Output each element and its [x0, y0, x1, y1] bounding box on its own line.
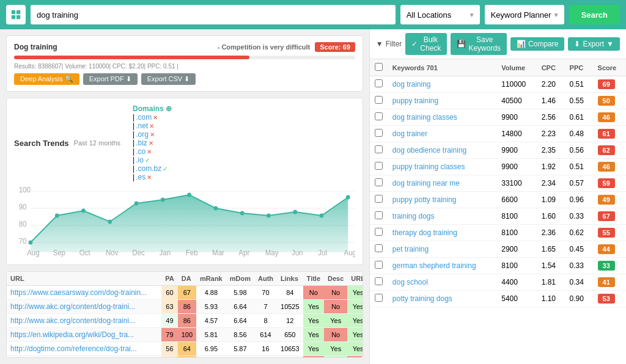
list-item: dog training classes 9900 2.56 0.61 46: [370, 109, 626, 126]
domain-biz: |.biz ✕: [133, 139, 176, 147]
cpc-cell: 1.81: [537, 274, 565, 291]
info-card-title-row: Dog training - Competition is very diffi…: [14, 42, 355, 52]
list-item: german shepherd training 8100 1.54 0.33 …: [370, 258, 626, 274]
svg-point-17: [134, 202, 139, 206]
domain-net: |.net ✕: [133, 122, 176, 130]
keyword-link[interactable]: pet training: [392, 245, 429, 253]
desc-cell: Yes: [324, 314, 347, 328]
keyword-link[interactable]: potty training dogs: [392, 294, 452, 303]
save-keywords-label: Save Keywords: [468, 35, 501, 53]
row-checkbox[interactable]: [375, 211, 383, 219]
keyword-link[interactable]: puppy potty training: [392, 195, 457, 204]
row-checkbox[interactable]: [375, 112, 383, 120]
tool-select[interactable]: Keyword Planner: [485, 5, 564, 24]
svg-point-22: [267, 214, 271, 218]
bulk-check-label: Bulk Check: [420, 35, 441, 53]
select-all-checkbox[interactable]: [375, 63, 383, 71]
volume-cell: 110000: [496, 76, 536, 93]
svg-text:Feb: Feb: [186, 249, 198, 257]
row-checkbox[interactable]: [375, 277, 383, 285]
row-checkbox[interactable]: [375, 178, 383, 186]
row-checkbox[interactable]: [375, 195, 383, 203]
row-checkbox[interactable]: [375, 145, 383, 153]
keyword-link[interactable]: puppy training: [392, 96, 438, 105]
url-link[interactable]: https://en.wikipedia.org/wiki/Dog_tra...: [10, 330, 134, 339]
da-cell: 64: [178, 342, 196, 356]
svg-text:Jan: Jan: [160, 249, 171, 257]
filter-button[interactable]: ▼ Filter: [376, 40, 402, 48]
keyword-link[interactable]: puppy training classes: [392, 162, 465, 171]
row-checkbox[interactable]: [375, 162, 383, 170]
score-pill: 55: [598, 228, 615, 238]
score-pill: 44: [598, 244, 615, 254]
ppc-cell: 0.62: [565, 225, 593, 241]
keyword-link[interactable]: dog training near me: [392, 179, 460, 187]
url-link[interactable]: http://dogtime.com/reference/dog-trai...: [10, 344, 137, 353]
svg-text:90: 90: [19, 203, 27, 211]
row-checkbox[interactable]: [375, 261, 383, 269]
keyword-cell: german shepherd training: [388, 258, 496, 274]
list-item: puppy potty training 6600 1.09 0.96 49: [370, 192, 626, 208]
list-item: dog school 4400 1.81 0.34 41: [370, 274, 626, 291]
info-card-meta: Results: 8388607| Volume: 110000| CPC: $…: [14, 63, 355, 70]
export-pdf-button[interactable]: Export PDF ⬇: [83, 73, 138, 85]
url-link[interactable]: http://www.akc.org/content/dog-traini...: [10, 302, 135, 311]
row-checkbox[interactable]: [375, 96, 383, 104]
row-checkbox[interactable]: [375, 228, 383, 236]
domains-label[interactable]: Domains ⊕: [133, 104, 172, 113]
keyword-link[interactable]: german shepherd training: [392, 261, 476, 270]
keyword-cell: dog training: [388, 76, 496, 93]
volume-cell: 33100: [496, 175, 536, 192]
search-button[interactable]: Search: [569, 5, 620, 24]
keyword-link[interactable]: dog training: [392, 80, 431, 89]
keyword-link[interactable]: therapy dog training: [392, 228, 457, 237]
score-pill: 61: [598, 129, 615, 139]
trend-subtitle: Past 12 months: [74, 139, 120, 147]
locations-select[interactable]: All Locations: [400, 5, 480, 24]
url-link[interactable]: https://www.caesarsway.com/dog-trainin..…: [10, 288, 147, 297]
compare-button[interactable]: 📊 Compare: [510, 37, 564, 51]
score-pill: 69: [598, 79, 615, 89]
ppc-cell: 0.48: [565, 126, 593, 142]
row-checkbox[interactable]: [375, 129, 383, 137]
keyword-link[interactable]: dog obedience training: [392, 146, 466, 155]
row-checkbox[interactable]: [375, 244, 383, 252]
svg-text:Jul: Jul: [318, 249, 327, 257]
bulk-check-button[interactable]: ✓ Bulk Check: [405, 33, 447, 55]
row-checkbox[interactable]: [375, 294, 383, 302]
search-input[interactable]: [31, 5, 396, 24]
svg-text:100: 100: [19, 186, 31, 194]
keyword-link[interactable]: dog trainer: [392, 129, 427, 138]
ppc-cell: 0.55: [565, 93, 593, 109]
row-checkbox-cell: [370, 274, 388, 291]
col-cpc: CPC: [537, 59, 565, 76]
row-checkbox[interactable]: [375, 79, 383, 87]
score-cell: 50: [593, 93, 626, 109]
keyword-link[interactable]: dog training classes: [392, 113, 457, 122]
mrank-cell: 4.88: [196, 286, 226, 300]
score-cell: 41: [593, 274, 626, 291]
table-row: http://www.akc.org/content/dog-traini...…: [7, 314, 363, 328]
url2-cell: Yes: [347, 286, 363, 300]
export-csv-button[interactable]: Export CSV ⬇: [141, 73, 196, 85]
svg-rect-3: [17, 15, 20, 19]
ppc-cell: 0.45: [565, 241, 593, 258]
keyword-cell: dog trainer: [388, 126, 496, 142]
keyword-link[interactable]: dog school: [392, 278, 428, 286]
mdom-cell: 5.87: [226, 342, 254, 356]
export-button[interactable]: ⬇ Export ▼: [568, 37, 620, 51]
competition-label: - Competition is very difficult: [218, 43, 311, 51]
svg-text:Jun: Jun: [292, 249, 303, 257]
svg-text:Mar: Mar: [212, 249, 224, 257]
links-cell: 12: [277, 314, 303, 328]
svg-point-25: [346, 195, 350, 200]
deep-analysis-button[interactable]: Deep Analysis 🔍: [14, 73, 79, 85]
url-link[interactable]: http://www.akc.org/content/dog-traini...: [10, 316, 135, 325]
keyword-link[interactable]: training dogs: [392, 212, 435, 220]
keyword-cell: puppy training: [388, 93, 496, 109]
volume-cell: 8100: [496, 258, 536, 274]
save-icon: 💾: [457, 40, 466, 48]
svg-text:Aug: Aug: [344, 249, 355, 257]
save-keywords-button[interactable]: 💾 Save Keywords: [451, 33, 507, 55]
volume-cell: 9900: [496, 109, 536, 126]
